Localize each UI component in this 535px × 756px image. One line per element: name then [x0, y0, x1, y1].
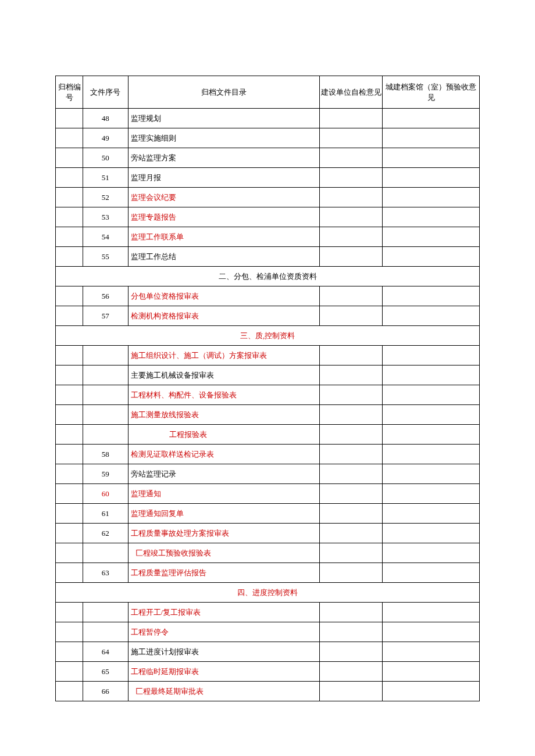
cell-archive-no: [56, 425, 83, 445]
cell-file-seq: [83, 385, 128, 405]
section-row: 四、进度控制资料: [56, 583, 480, 603]
cell-self-check: [319, 484, 382, 504]
table-header-row: 归档编号 文件序号 归档文件目录 建设单位自检意见 城建档案馆（室）预验收意见: [56, 76, 480, 109]
cell-file-seq: 63: [83, 563, 128, 583]
cell-archive-no: [56, 188, 83, 207]
table-row: 57检测机构资格报审表: [56, 306, 480, 326]
cell-archive-no: [56, 109, 83, 128]
cell-file-title: 监理会议纪要: [128, 188, 319, 207]
cell-self-check: [319, 464, 382, 484]
cell-file-title: 工程暂停令: [128, 622, 319, 642]
cell-self-check: [319, 247, 382, 267]
cell-self-check: [319, 306, 382, 326]
cell-file-title: 监理通知: [128, 484, 319, 504]
table-row: 施工测量放线报验表: [56, 405, 480, 425]
cell-file-title: 工程临时延期报审表: [128, 662, 319, 682]
cell-file-seq: 56: [83, 286, 128, 306]
table-row: 63工程质量监理评估报告: [56, 563, 480, 583]
cell-file-seq: [83, 603, 128, 622]
cell-pre-accept: [383, 524, 480, 543]
cell-self-check: [319, 425, 382, 445]
cell-pre-accept: [383, 346, 480, 366]
cell-self-check: [319, 563, 382, 583]
cell-file-title: 工程开工/复工报审表: [128, 603, 319, 622]
cell-file-title: 旁站监理方案: [128, 148, 319, 168]
cell-pre-accept: [383, 425, 480, 445]
table-row: 64施工进度计划报审表: [56, 642, 480, 662]
cell-pre-accept: [383, 543, 480, 563]
cell-file-title: 工程质量事故处理方案报审表: [128, 524, 319, 543]
table-row: 54监理工作联系单: [56, 227, 480, 247]
cell-file-title: 匚程竣工预验收报验表: [128, 543, 319, 563]
cell-pre-accept: [383, 464, 480, 484]
section-title: 三、质,控制资料: [56, 326, 480, 346]
table-row: 53监理专题报告: [56, 207, 480, 227]
cell-pre-accept: [383, 207, 480, 227]
cell-pre-accept: [383, 366, 480, 385]
cell-file-title: 监理规划: [128, 109, 319, 128]
cell-self-check: [319, 405, 382, 425]
cell-archive-no: [56, 484, 83, 504]
cell-pre-accept: [383, 128, 480, 148]
cell-file-seq: 54: [83, 227, 128, 247]
cell-pre-accept: [383, 642, 480, 662]
cell-self-check: [319, 128, 382, 148]
cell-self-check: [319, 188, 382, 207]
table-row: 58检测见证取样送检记录表: [56, 445, 480, 464]
table-row: 主要施工机械设备报审表: [56, 366, 480, 385]
cell-archive-no: [56, 642, 83, 662]
section-title: 四、进度控制资料: [56, 583, 480, 603]
cell-pre-accept: [383, 405, 480, 425]
cell-file-seq: 59: [83, 464, 128, 484]
cell-self-check: [319, 622, 382, 642]
cell-archive-no: [56, 385, 83, 405]
col-archive-no: 归档编号: [56, 76, 83, 109]
cell-self-check: [319, 543, 382, 563]
cell-pre-accept: [383, 662, 480, 682]
cell-archive-no: [56, 622, 83, 642]
cell-self-check: [319, 662, 382, 682]
table-row: 50旁站监理方案: [56, 148, 480, 168]
cell-file-seq: 53: [83, 207, 128, 227]
cell-self-check: [319, 504, 382, 524]
cell-file-seq: 49: [83, 128, 128, 148]
cell-file-seq: 55: [83, 247, 128, 267]
cell-pre-accept: [383, 227, 480, 247]
table-row: 60监理通知: [56, 484, 480, 504]
col-self-check: 建设单位自检意见: [319, 76, 382, 109]
section-title: 二、分包、检浦单位资质资料: [56, 267, 480, 286]
cell-pre-accept: [383, 622, 480, 642]
col-file-title: 归档文件目录: [128, 76, 319, 109]
cell-self-check: [319, 148, 382, 168]
cell-self-check: [319, 207, 382, 227]
cell-pre-accept: [383, 286, 480, 306]
table-row: 施工组织设计、施工（调试）方案报审表: [56, 346, 480, 366]
cell-file-title: 旁站监理记录: [128, 464, 319, 484]
cell-pre-accept: [383, 445, 480, 464]
cell-archive-no: [56, 464, 83, 484]
cell-self-check: [319, 385, 382, 405]
cell-self-check: [319, 682, 382, 701]
table-row: 56分包单位资格报审表: [56, 286, 480, 306]
table-row: 62工程质量事故处理方案报审表: [56, 524, 480, 543]
cell-pre-accept: [383, 385, 480, 405]
col-file-seq: 文件序号: [83, 76, 128, 109]
cell-archive-no: [56, 405, 83, 425]
cell-file-title: 工程报验表: [128, 425, 319, 445]
cell-file-title: 施工组织设计、施工（调试）方案报审表: [128, 346, 319, 366]
cell-archive-no: [56, 543, 83, 563]
table-row: 51监理月报: [56, 168, 480, 188]
cell-file-title: 监理工作总结: [128, 247, 319, 267]
cell-file-title: 分包单位资格报审表: [128, 286, 319, 306]
table-row: 工程暂停令: [56, 622, 480, 642]
section-row: 二、分包、检浦单位资质资料: [56, 267, 480, 286]
cell-file-seq: [83, 622, 128, 642]
cell-archive-no: [56, 504, 83, 524]
cell-self-check: [319, 445, 382, 464]
cell-self-check: [319, 109, 382, 128]
archive-index-table: 归档编号 文件序号 归档文件目录 建设单位自检意见 城建档案馆（室）预验收意见 …: [55, 76, 480, 701]
cell-file-seq: 50: [83, 148, 128, 168]
col-pre-accept: 城建档案馆（室）预验收意见: [383, 76, 480, 109]
table-row: 59旁站监理记录: [56, 464, 480, 484]
table-row: 55监理工作总结: [56, 247, 480, 267]
